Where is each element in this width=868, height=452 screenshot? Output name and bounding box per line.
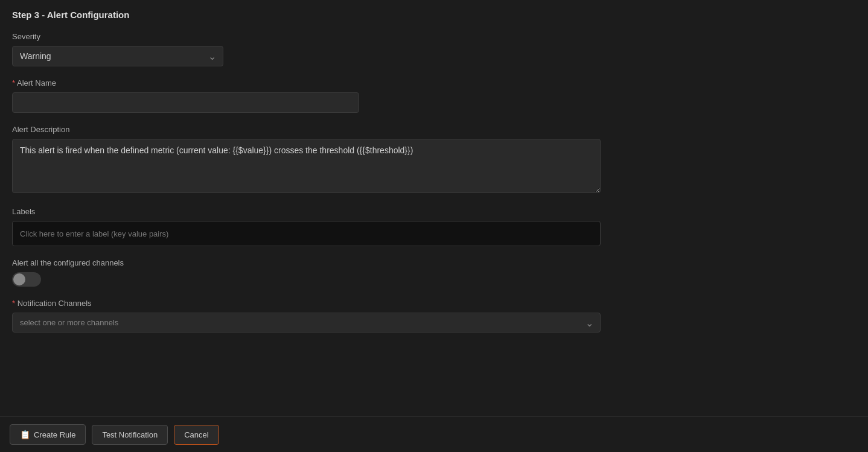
alert-name-input[interactable] bbox=[12, 92, 359, 113]
severity-group: Severity Warning Critical Info bbox=[12, 32, 856, 66]
create-rule-button[interactable]: 📋 Create Rule bbox=[10, 424, 86, 445]
test-notification-button[interactable]: Test Notification bbox=[92, 425, 168, 445]
footer-bar: 📋 Create Rule Test Notification Cancel bbox=[0, 416, 868, 452]
create-rule-icon: 📋 bbox=[20, 430, 30, 439]
labels-input[interactable] bbox=[12, 221, 601, 246]
page-title: Step 3 - Alert Configuration bbox=[12, 10, 856, 20]
alert-channels-label: Alert all the configured channels bbox=[12, 258, 856, 267]
cancel-label: Cancel bbox=[184, 430, 208, 439]
severity-select[interactable]: Warning Critical Info bbox=[12, 46, 223, 66]
cancel-button[interactable]: Cancel bbox=[174, 425, 219, 445]
toggle-knob bbox=[13, 273, 25, 285]
alert-name-label: Alert Name bbox=[12, 78, 856, 88]
severity-label: Severity bbox=[12, 32, 856, 41]
test-notification-label: Test Notification bbox=[102, 430, 158, 439]
alert-description-label: Alert Description bbox=[12, 125, 856, 134]
labels-group: Labels bbox=[12, 207, 856, 246]
page-container: Step 3 - Alert Configuration Severity Wa… bbox=[0, 0, 868, 452]
labels-label: Labels bbox=[12, 207, 856, 216]
notification-select-wrapper: select one or more channels bbox=[12, 313, 601, 333]
alert-description-group: Alert Description bbox=[12, 125, 856, 195]
notification-channels-select[interactable]: select one or more channels bbox=[12, 313, 601, 333]
alert-channels-group: Alert all the configured channels bbox=[12, 258, 856, 287]
severity-select-wrapper: Warning Critical Info bbox=[12, 46, 223, 66]
notification-channels-label: Notification Channels bbox=[12, 299, 856, 308]
main-content: Step 3 - Alert Configuration Severity Wa… bbox=[0, 0, 868, 416]
alert-description-textarea[interactable] bbox=[12, 139, 601, 193]
create-rule-label: Create Rule bbox=[34, 430, 75, 439]
toggle-container bbox=[12, 272, 856, 287]
notification-channels-group: Notification Channels select one or more… bbox=[12, 299, 856, 333]
alert-name-group: Alert Name bbox=[12, 78, 856, 113]
alert-channels-toggle[interactable] bbox=[12, 272, 41, 287]
